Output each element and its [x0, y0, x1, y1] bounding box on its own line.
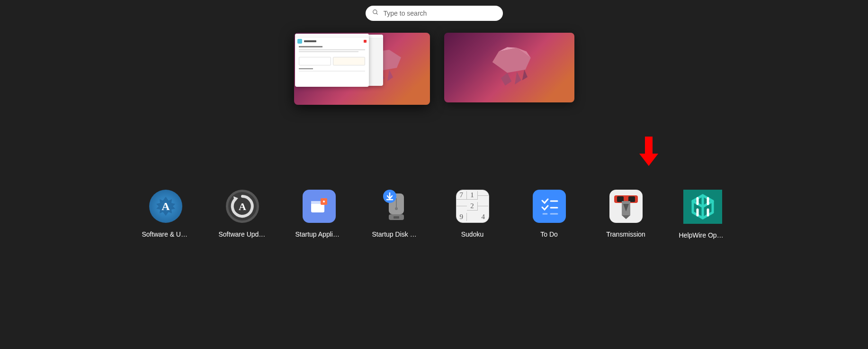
svg-line-1	[376, 13, 377, 15]
app-startup-applications[interactable]: Startup Applic…	[295, 190, 343, 239]
app-label: Sudoku	[461, 230, 483, 238]
app-label: HelpWire Oper…	[679, 231, 726, 239]
workspace-1[interactable]	[294, 33, 430, 105]
app-logo-icon	[297, 39, 302, 44]
app-transmission[interactable]: Transmission	[602, 190, 650, 239]
svg-rect-20	[394, 216, 399, 219]
app-label: Transmission	[606, 230, 645, 238]
sudoku-icon: 7 1 2 9 4	[456, 190, 489, 223]
svg-marker-8	[501, 73, 511, 86]
svg-marker-33	[622, 215, 630, 219]
app-label: Startup Disk Cr…	[372, 230, 420, 238]
svg-rect-35	[645, 137, 653, 154]
svg-marker-10	[522, 70, 527, 81]
app-grid: A Software & Up… A Software Upda… Startu…	[0, 190, 868, 239]
app-startup-disk-creator[interactable]: Startup Disk Cr…	[372, 190, 420, 239]
app-software-updater[interactable]: A Software Upda…	[218, 190, 267, 239]
search-icon	[372, 9, 379, 18]
transmission-icon	[609, 190, 643, 223]
software-updates-icon: A	[149, 190, 182, 223]
svg-text:A: A	[239, 201, 246, 212]
wallpaper-jellyfish-icon	[475, 45, 546, 88]
startup-apps-icon	[303, 190, 336, 223]
svg-marker-9	[515, 72, 521, 84]
software-updater-icon: A	[226, 190, 259, 223]
svg-point-0	[373, 10, 376, 14]
svg-point-22	[395, 207, 398, 210]
search-bar[interactable]	[366, 6, 503, 21]
app-sudoku[interactable]: 7 1 2 9 4 Sudoku	[448, 190, 497, 239]
startup-disk-icon	[379, 190, 412, 223]
app-label: Software & Up…	[142, 230, 189, 238]
app-label: Startup Applic…	[295, 230, 343, 238]
svg-marker-4	[387, 70, 393, 81]
svg-text:A: A	[161, 200, 170, 212]
helpwire-icon	[683, 190, 722, 224]
todo-icon	[533, 190, 566, 223]
app-label: To Do	[540, 230, 558, 238]
close-icon	[364, 40, 367, 43]
app-helpwire-operator[interactable]: HelpWire Oper…	[679, 190, 727, 239]
app-label: Software Upda…	[219, 230, 266, 238]
workspace-2[interactable]	[444, 33, 574, 102]
app-software-updates[interactable]: A Software & Up…	[142, 190, 190, 239]
search-input[interactable]	[384, 9, 496, 17]
app-todo[interactable]: To Do	[525, 190, 573, 239]
svg-marker-36	[639, 154, 658, 166]
window-thumbnail-front[interactable]	[295, 34, 369, 87]
svg-point-17	[323, 201, 325, 202]
workspace-switcher	[294, 33, 574, 105]
annotation-arrow-icon	[639, 137, 658, 166]
